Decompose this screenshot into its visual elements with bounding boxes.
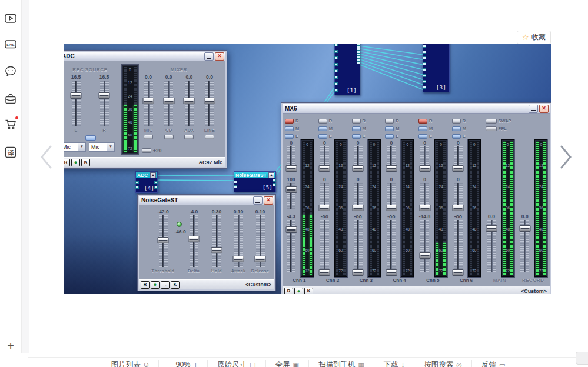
e-button[interactable] (418, 134, 427, 139)
image-viewer-canvas[interactable]: [1] [3] ADC ▲ [4] NoiseGateST ▲ [5] ADC … (64, 44, 551, 294)
minimize-button[interactable] (253, 196, 263, 205)
fader-track[interactable] (164, 81, 173, 126)
noisegate-window[interactable]: NoiseGateST ✕ -46.0 -42.0Threshold-4.0De… (137, 194, 276, 291)
toolbar-item-download[interactable]: 下载↓ (374, 360, 414, 367)
e-button[interactable] (385, 134, 394, 139)
fader-knob[interactable] (386, 205, 397, 211)
fader-track[interactable] (454, 220, 463, 272)
fader-track[interactable] (520, 220, 529, 272)
toolbar-item-zoom[interactable]: −90%+ (158, 360, 207, 367)
minimize-button[interactable] (204, 52, 214, 61)
corner-floating-button[interactable] (576, 352, 588, 365)
fader-track[interactable] (354, 183, 363, 209)
m-button[interactable] (318, 126, 327, 131)
status-button-k[interactable]: K (81, 159, 90, 166)
patch-block-1[interactable]: [1] (334, 44, 360, 95)
collapse-arrow-icon[interactable]: ▲ (268, 172, 274, 178)
fader-track[interactable] (287, 183, 295, 209)
bag-icon[interactable] (4, 92, 17, 105)
fader-track[interactable] (234, 215, 243, 267)
fader-knob[interactable] (285, 226, 297, 233)
fader-knob[interactable] (319, 269, 330, 276)
status-button-r[interactable]: R (64, 159, 70, 166)
fader-knob[interactable] (453, 269, 464, 276)
mx6-titlebar[interactable]: MX6 ✕ (283, 104, 550, 114)
fader-track[interactable] (159, 215, 168, 267)
pfl-button[interactable] (486, 126, 497, 131)
zoom-out-icon[interactable]: − (168, 361, 173, 367)
patch-node-adc[interactable]: ADC ▲ [4] (135, 171, 158, 193)
fader-track[interactable] (487, 220, 496, 272)
mic-boost-button[interactable] (142, 148, 151, 153)
chat-icon[interactable] (4, 65, 17, 78)
status-button-r[interactable]: R (284, 288, 293, 295)
fader-track[interactable] (190, 215, 198, 267)
patch-node-noisegate[interactable]: NoiseGateST ▲ [5] (234, 171, 276, 192)
prev-image-button[interactable] (39, 145, 54, 172)
adc-window[interactable]: ADC ✕ REC SOURCE MIXER 16.5L16.5R 0.0MIC… (64, 50, 227, 169)
r-button[interactable] (318, 119, 327, 124)
m-button[interactable] (452, 126, 461, 131)
chevron-down-icon[interactable]: ▼ (78, 143, 85, 151)
fader-knob[interactable] (419, 205, 430, 211)
fader-knob[interactable] (386, 165, 397, 172)
fader-track[interactable] (320, 220, 329, 272)
status-button-r[interactable]: R (141, 281, 150, 289)
fader-knob[interactable] (453, 165, 464, 172)
next-image-button[interactable] (558, 145, 573, 172)
e-button[interactable] (352, 134, 361, 139)
fader-track[interactable] (72, 81, 81, 126)
noisegate-titlebar[interactable]: NoiseGateST ✕ (139, 196, 274, 205)
fader-knob[interactable] (319, 205, 330, 211)
fader-knob[interactable] (353, 165, 364, 172)
fader-knob[interactable] (184, 98, 195, 104)
cart-icon[interactable] (4, 118, 17, 131)
fader-track[interactable] (420, 146, 429, 172)
collapse-arrow-icon[interactable]: ▲ (150, 172, 156, 178)
fader-knob[interactable] (353, 205, 364, 211)
close-button[interactable]: ✕ (539, 105, 549, 113)
fader-knob[interactable] (158, 237, 169, 243)
fader-track[interactable] (387, 220, 396, 272)
live-icon[interactable]: LIVE (4, 38, 17, 51)
r-button[interactable] (452, 119, 461, 124)
fader-track[interactable] (287, 146, 295, 172)
fader-track[interactable] (212, 215, 221, 267)
m-button[interactable] (352, 126, 361, 131)
fader-button[interactable] (164, 135, 174, 139)
toolbar-item-expand[interactable]: 原始尺寸▢ (207, 360, 265, 367)
fader-track[interactable] (354, 146, 363, 172)
minimize-button[interactable] (529, 105, 538, 113)
fader-track[interactable] (420, 183, 429, 209)
plus-icon[interactable]: + (4, 340, 17, 353)
fader-track[interactable] (354, 220, 363, 272)
fader-track[interactable] (387, 183, 396, 209)
fader-knob[interactable] (204, 98, 215, 104)
fader-button[interactable] (205, 135, 214, 139)
close-button[interactable]: ✕ (215, 52, 224, 61)
adc-titlebar[interactable]: ADC ✕ (64, 52, 225, 61)
stereo-link-button[interactable] (85, 135, 96, 141)
fader-track[interactable] (387, 146, 396, 172)
fader-knob[interactable] (99, 92, 110, 99)
fader-track[interactable] (320, 183, 329, 209)
m-button[interactable] (418, 126, 427, 131)
close-button[interactable]: ✕ (264, 196, 273, 205)
toolbar-item-qr[interactable]: 扫描到手机▦ (308, 360, 374, 367)
patch-block-3[interactable]: [3] (423, 44, 450, 92)
fader-knob[interactable] (285, 186, 297, 193)
fader-button[interactable] (144, 135, 153, 139)
fader-track[interactable] (256, 215, 265, 267)
translate-icon[interactable]: 译 (4, 146, 17, 159)
fader-track[interactable] (454, 146, 463, 172)
e-button[interactable] (285, 134, 294, 139)
fader-track[interactable] (287, 220, 295, 272)
fader-knob[interactable] (386, 269, 397, 276)
r-button[interactable] (385, 119, 394, 124)
toolbar-item-info-circle[interactable]: 图片列表⊙ (102, 360, 158, 367)
fader-knob[interactable] (419, 252, 430, 259)
fader-knob[interactable] (453, 205, 464, 211)
e-button[interactable] (452, 134, 461, 139)
fader-knob[interactable] (71, 92, 82, 99)
e-button[interactable] (318, 134, 327, 139)
